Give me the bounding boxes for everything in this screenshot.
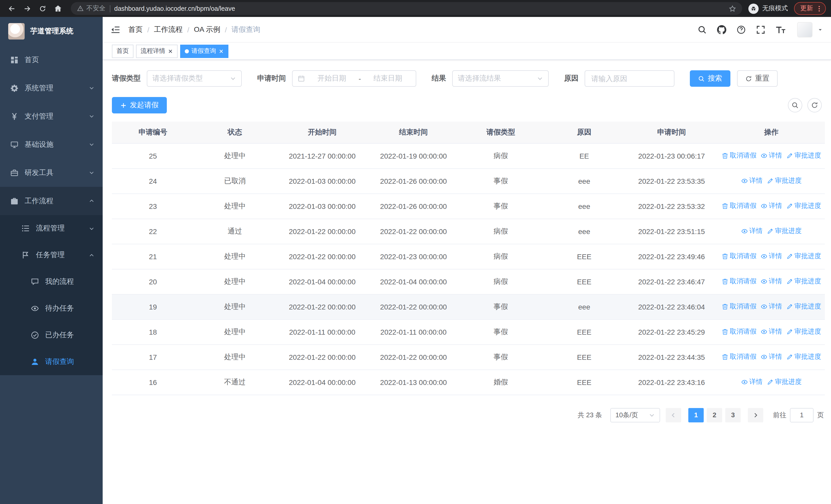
browser-forward-button[interactable] [21,2,34,15]
approval-progress-link[interactable]: 审批进度 [786,302,821,311]
detail-link[interactable]: 详情 [761,151,782,160]
kebab-menu-icon[interactable] [815,5,823,12]
edit-icon [786,328,793,335]
app-logo[interactable]: 芋道管理系统 [0,17,103,46]
refresh-table-button[interactable] [807,98,822,112]
fullscreen-icon[interactable] [756,25,765,34]
detail-link[interactable]: 详情 [741,176,763,185]
user-avatar[interactable] [797,22,812,37]
detail-link[interactable]: 详情 [761,327,782,336]
sidebar-item-devtools[interactable]: 研发工具 [0,158,103,187]
op-label: 审批进度 [795,151,821,160]
sidebar-item-task-management[interactable]: 任务管理 [0,242,103,268]
cancel-leave-link[interactable]: 取消请假 [722,352,756,362]
sidebar-item-workflow[interactable]: 工作流程 [0,187,103,215]
next-page-button[interactable] [748,408,763,422]
edit-icon [786,278,793,285]
sidebar-item-my-process[interactable]: 我的流程 [0,268,103,295]
reset-button-label: 重置 [755,74,769,83]
cell-status: 处理中 [194,345,276,369]
trash-icon [722,152,728,159]
search-button[interactable]: 搜索 [690,70,730,87]
browser-reload-button[interactable] [36,2,49,15]
table-header-row: 申请编号状态开始时间结束时间请假类型原因申请时间操作 [112,122,825,143]
detail-link[interactable]: 详情 [741,378,763,387]
detail-link[interactable]: 详情 [761,352,782,362]
cell-apply-id: 23 [112,194,194,219]
approval-progress-link[interactable]: 审批进度 [786,252,821,261]
help-icon[interactable] [737,25,746,34]
approval-progress-link[interactable]: 审批进度 [767,378,802,387]
security-warning[interactable]: 不安全 [77,4,106,13]
cancel-leave-link[interactable]: 取消请假 [722,327,756,336]
goto-label: 前往 [773,410,786,420]
page-button-1[interactable]: 1 [688,408,704,422]
page-size-select[interactable]: 10条/页 [610,408,660,422]
cancel-leave-link[interactable]: 取消请假 [722,252,756,261]
bookmark-star-icon[interactable] [729,5,736,12]
breadcrumb-workflow[interactable]: 工作流程 [154,25,183,34]
sidebar-item-process-management[interactable]: 流程管理 [0,215,103,242]
eye-icon [741,228,748,235]
chevron-down-icon [89,226,94,231]
approval-progress-link[interactable]: 审批进度 [786,352,821,362]
sidebar-item-todo-tasks[interactable]: 待办任务 [0,295,103,322]
cancel-leave-link[interactable]: 取消请假 [722,277,756,286]
sidebar-item-infrastructure[interactable]: 基础设施 [0,130,103,158]
detail-link[interactable]: 详情 [761,302,782,311]
sidebar-toggle-icon[interactable] [111,25,120,34]
detail-link[interactable]: 详情 [761,252,782,261]
edit-icon [786,253,793,260]
goto-page-input[interactable] [790,408,813,422]
approval-progress-link[interactable]: 审批进度 [786,202,821,211]
page-button-2[interactable]: 2 [707,408,722,422]
address-bar[interactable]: 不安全 dashboard.yudao.iocoder.cn/bpm/oa/le… [71,2,742,15]
detail-link[interactable]: 详情 [761,277,782,286]
sidebar-item-label: 任务管理 [36,250,65,260]
sidebar-item-home[interactable]: 首页 [0,46,103,74]
cancel-leave-link[interactable]: 取消请假 [722,202,756,211]
tab-process-detail[interactable]: 流程详情 [136,45,178,58]
page-button-3[interactable]: 3 [725,408,741,422]
approval-progress-link[interactable]: 审批进度 [786,151,821,160]
browser-back-button[interactable] [5,2,19,15]
approval-progress-link[interactable]: 审批进度 [767,227,802,236]
tab-leave-query[interactable]: 请假查询 [180,45,228,58]
result-select[interactable]: 请选择流结果 [452,70,549,87]
apply-time-range-picker[interactable]: 开始日期 - 结束日期 [292,70,416,87]
cell-status: 处理中 [194,269,276,294]
leave-type-select[interactable]: 请选择请假类型 [147,70,242,87]
close-icon[interactable] [219,49,224,54]
sidebar-item-payment-management[interactable]: 支付管理 [0,102,103,130]
approval-progress-link[interactable]: 审批进度 [786,327,821,336]
sidebar-item-system-management[interactable]: 系统管理 [0,74,103,102]
sidebar-item-leave-query[interactable]: 请假查询 [0,349,103,375]
tab-label: 请假查询 [192,47,216,55]
avatar-caret-icon[interactable] [818,27,823,32]
create-leave-button[interactable]: 发起请假 [112,97,167,113]
reset-button[interactable]: 重置 [737,70,778,87]
eye-icon [761,278,767,285]
toggle-search-button[interactable] [788,98,802,112]
font-size-icon[interactable] [776,24,786,35]
browser-home-button[interactable] [51,2,65,15]
cancel-leave-link[interactable]: 取消请假 [722,151,756,160]
cancel-leave-link[interactable]: 取消请假 [722,302,756,311]
tab-home[interactable]: 首页 [112,45,134,58]
detail-link[interactable]: 详情 [761,202,782,211]
github-icon[interactable] [717,25,726,34]
close-icon[interactable] [168,49,173,54]
detail-link[interactable]: 详情 [741,227,763,236]
approval-progress-link[interactable]: 审批进度 [767,176,802,185]
cell-apply-id: 22 [112,219,194,244]
header-search-icon[interactable] [697,25,707,34]
approval-progress-link[interactable]: 审批进度 [786,277,821,286]
breadcrumb-oa-example[interactable]: OA 示例 [194,25,221,34]
prev-page-button[interactable] [666,408,681,422]
reason-input[interactable] [584,70,675,87]
browser-update-button[interactable]: 更新 [794,2,826,15]
sidebar-item-label: 已办任务 [45,330,74,340]
sidebar-item-done-tasks[interactable]: 已办任务 [0,322,103,349]
breadcrumb-home[interactable]: 首页 [128,25,143,34]
cell-reason: eee [543,219,625,244]
